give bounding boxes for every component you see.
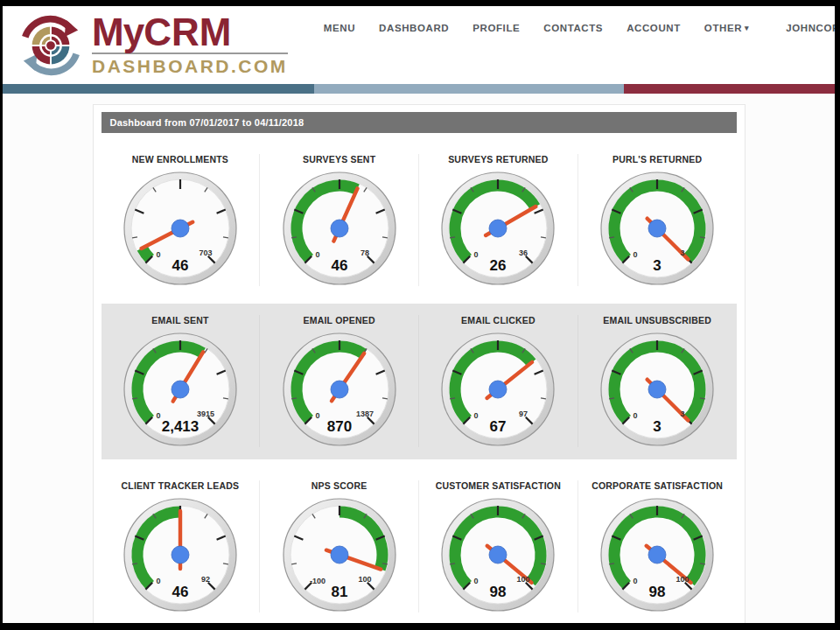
gauge-card-customer-satisfaction: CUSTOMER SATISFACTION010098	[419, 480, 578, 612]
gauge-title: SURVEYS SENT	[303, 154, 375, 164]
nav-item-other[interactable]: OTHER▾	[704, 23, 749, 33]
gauge-max-label: 97	[519, 410, 528, 418]
gauge-hub	[489, 381, 507, 398]
gauge-card-email-clicked: EMAIL CLICKED09767	[419, 315, 578, 447]
gauge-value: 67	[490, 418, 507, 435]
gauge-card-new-enrollments: NEW ENROLLMENTS070346	[102, 154, 261, 286]
gauge-dial: 09246	[122, 497, 238, 612]
chevron-down-icon: ▾	[745, 24, 749, 32]
gauge-card-email-opened: EMAIL OPENED01387870	[260, 315, 419, 447]
nav-item-account[interactable]: ACCOUNT	[626, 23, 681, 33]
gauge-value: 2,413	[162, 418, 200, 435]
gauge-row: NEW ENROLLMENTS070346SURVEYS SENT07846SU…	[102, 133, 737, 298]
gauge-title: CLIENT TRACKER LEADS	[122, 480, 240, 491]
gauge-value: 46	[172, 584, 188, 600]
gauge-min-label: -100	[310, 577, 326, 585]
gauge-max-label: 78	[360, 248, 369, 257]
gauge-dial: 03626	[440, 171, 556, 286]
gauge-max-label: 36	[519, 248, 528, 257]
gauge-card-client-tracker-leads: CLIENT TRACKER LEADS09246	[102, 480, 261, 612]
dashboard-panel: Dashboard from 07/01/2017 to 04/11/2018 …	[93, 104, 746, 623]
gauge-card-corporate-satisfaction: CORPORATE SATISFACTION010098	[578, 480, 737, 612]
gauge-dial: 033	[599, 332, 715, 447]
gauge-title: CORPORATE SATISFACTION	[592, 480, 723, 491]
logo-target-arrows-icon	[18, 13, 83, 78]
gauge-value: 3	[653, 418, 661, 435]
gauge-card-email-sent: EMAIL SENT039152,413	[102, 315, 261, 447]
gauge-max-label: 100	[517, 575, 530, 584]
gauge-max-label: 100	[676, 575, 690, 584]
gauge-max-label: 100	[358, 575, 371, 584]
gauge-hub	[331, 220, 348, 237]
accent-bar	[3, 84, 835, 94]
gauge-dial: 010098	[440, 497, 556, 612]
gauge-min-label: 0	[156, 411, 160, 420]
gauge-min-label: 0	[474, 577, 479, 585]
gauge-value: 26	[490, 257, 507, 274]
gauge-max-label: 3	[681, 248, 685, 257]
gauge-dial: 07846	[282, 171, 397, 286]
panel-header-title: Dashboard from 07/01/2017 to 04/11/2018	[102, 112, 737, 133]
gauge-hub	[489, 546, 507, 564]
gauge-dial: 039152,413	[122, 332, 238, 447]
gauge-hub	[331, 381, 348, 398]
gauge-hub	[172, 381, 189, 398]
gauge-min-label: 0	[474, 250, 479, 259]
gauge-grid: NEW ENROLLMENTS070346SURVEYS SENT07846SU…	[102, 133, 737, 623]
gauge-title: EMAIL CLICKED	[461, 315, 536, 326]
gauge-value: 98	[490, 584, 507, 600]
gauge-max-label: 92	[201, 575, 210, 584]
gauge-max-label: 1387	[356, 410, 374, 418]
gauge-min-label: 0	[315, 411, 319, 420]
gauge-max-label: 3915	[197, 410, 214, 418]
gauge-min-label: 0	[634, 411, 638, 420]
gauge-title: EMAIL SENT	[151, 315, 208, 326]
gauge-value: 3	[653, 257, 661, 274]
gauge-hub	[648, 546, 666, 564]
gauge-value: 46	[172, 257, 188, 274]
gauge-min-label: 0	[156, 250, 160, 259]
accent-segment-lightblue	[314, 84, 625, 94]
gauge-hub	[172, 546, 189, 564]
gauge-value: 46	[331, 257, 347, 274]
gauge-card-email-unsubscribed: EMAIL UNSUBSCRIBED033	[578, 315, 737, 447]
gauge-title: NEW ENROLLMENTS	[132, 154, 228, 164]
logo-text: MyCRM DASHBOARD.COM	[92, 15, 288, 77]
gauge-title: NPS SCORE	[312, 480, 368, 491]
logo-title: MyCRM	[92, 15, 288, 50]
gauge-dial: 01387870	[282, 332, 397, 447]
gauge-card-purl-s-returned: PURL'S RETURNED033	[578, 154, 737, 286]
main-nav: MENUDASHBOARDPROFILECONTACTSACCOUNTOTHER…	[300, 6, 835, 33]
gauge-min-label: 0	[315, 250, 319, 259]
gauge-title: PURL'S RETURNED	[612, 154, 702, 164]
gauge-value: 81	[331, 584, 347, 600]
gauge-hub	[648, 220, 666, 237]
gauge-value: 98	[649, 584, 666, 600]
gauge-max-label: 703	[199, 248, 212, 257]
gauge-dial: 09767	[440, 332, 556, 447]
gauge-hub	[331, 546, 348, 564]
content-area: Dashboard from 07/01/2017 to 04/11/2018 …	[3, 94, 835, 623]
app-header: MyCRM DASHBOARD.COM MENUDASHBOARDPROFILE…	[3, 6, 835, 84]
gauge-title: EMAIL OPENED	[304, 315, 375, 326]
accent-segment-teal	[3, 84, 314, 94]
nav-item-menu[interactable]: MENU	[324, 23, 355, 33]
gauge-title: CUSTOMER SATISFACTION	[436, 480, 561, 491]
nav-item-contacts[interactable]: CONTACTS	[543, 23, 603, 33]
gauge-dial: 033	[599, 171, 715, 286]
user-menu[interactable]: JOHNCORP SMITH▾	[786, 23, 835, 33]
logo[interactable]: MyCRM DASHBOARD.COM	[18, 13, 288, 78]
gauge-title: EMAIL UNSUBSCRIBED	[603, 315, 711, 326]
gauge-min-label: 0	[634, 577, 638, 585]
nav-item-profile[interactable]: PROFILE	[472, 23, 520, 33]
gauge-min-label: 0	[474, 411, 479, 420]
gauge-min-label: 0	[156, 577, 160, 585]
gauge-card-surveys-sent: SURVEYS SENT07846	[260, 154, 419, 286]
gauge-row: CLIENT TRACKER LEADS09246NPS SCORE-10010…	[102, 480, 737, 623]
gauge-min-label: 0	[634, 250, 638, 259]
gauge-title: SURVEYS RETURNED	[448, 154, 548, 164]
gauge-dial: 010098	[599, 497, 715, 612]
page: MyCRM DASHBOARD.COM MENUDASHBOARDPROFILE…	[3, 6, 835, 623]
gauge-value: 870	[326, 418, 351, 435]
nav-item-dashboard[interactable]: DASHBOARD	[379, 23, 449, 33]
